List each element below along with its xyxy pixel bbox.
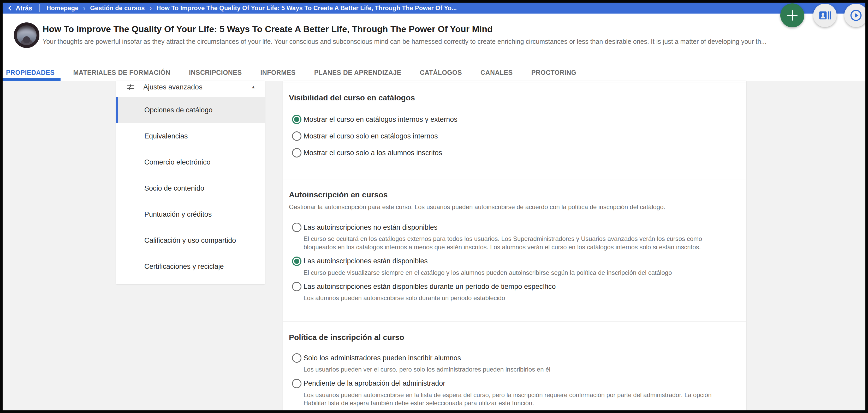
radio-option-pendiente-aprobacion: Pendiente de la aprobación del administr…	[292, 379, 736, 407]
radio-description: El curso se ocultará en los catálogos ex…	[304, 235, 736, 251]
radio-row[interactable]: Las autoinscripciones están disponibles	[292, 256, 736, 266]
radio-label: Mostrar el curso en catálogos internos y…	[304, 115, 458, 124]
section-politica-inscripcion: Política de inscripción al curso Solo lo…	[283, 321, 746, 410]
back-button[interactable]: Atrás	[3, 4, 39, 12]
play-circle-icon	[849, 9, 863, 22]
radio-row[interactable]: Las autoinscripciones no están disponibl…	[292, 223, 736, 232]
radio-label: Pendiente de la aprobación del administr…	[304, 379, 445, 387]
radio-unselected-icon[interactable]	[292, 223, 302, 232]
radio-label: Las autoinscripciones están disponibles	[304, 257, 428, 265]
sidebar-item-socio-de-contenido[interactable]: Socio de contenido	[116, 175, 265, 201]
sidebar-item-puntuacion-y-creditos[interactable]: Puntuación y créditos	[116, 201, 265, 227]
radio-description: Los alumnos pueden autoinscribirse solo …	[304, 294, 736, 302]
active-tab-indicator	[3, 78, 61, 81]
catalog-options-panel: Visibilidad del curso en catálogos Mostr…	[283, 81, 746, 410]
back-label: Atrás	[16, 4, 32, 12]
section-autoinscripcion: Autoinscripción en cursos Gestionar la a…	[283, 179, 746, 321]
course-description: Your thoughts are powerful insofar as th…	[42, 38, 771, 45]
sidebar-item-certificaciones-y-reciclaje[interactable]: Certificaciones y reciclaje	[116, 253, 265, 279]
radio-label: Solo los administradores pueden inscribi…	[304, 354, 461, 362]
sidebar-item-equivalencias[interactable]: Equivalencias	[116, 123, 265, 149]
radio-row[interactable]: Solo los administradores pueden inscribi…	[292, 353, 736, 363]
section-title: Política de inscripción al curso	[289, 333, 736, 342]
radio-group-autoinscripcion: Las autoinscripciones no están disponibl…	[289, 223, 736, 302]
radio-group-visibilidad: Mostrar el curso en catálogos internos y…	[289, 115, 736, 158]
radio-option-disponibles: Las autoinscripciones están disponibles …	[292, 256, 736, 277]
radio-label: Mostrar el curso solo a los alumnos insc…	[304, 149, 442, 157]
course-tabs: PROPIEDADES MATERIALES DE FORMACIÓN INSC…	[3, 64, 865, 81]
app-window: Atrás Homepage › Gestión de cursos › How…	[0, 0, 868, 413]
course-header-texts: How To Improve The Quality Of Your Life:…	[42, 24, 771, 45]
breadcrumb: Homepage › Gestión de cursos › How To Im…	[40, 4, 457, 12]
breadcrumb-current-course: How To Improve The Quality Of Your Life:…	[156, 4, 457, 12]
radio-option-solo-alumnos-inscritos: Mostrar el curso solo a los alumnos insc…	[292, 148, 736, 158]
radio-option-catalogos-internos-externos: Mostrar el curso en catálogos internos y…	[292, 115, 736, 124]
tab-proctoring[interactable]: PROCTORING	[531, 69, 577, 76]
chevron-left-icon	[7, 5, 13, 11]
radio-description: Los usuarios pueden ver el curso, pero s…	[304, 365, 736, 374]
add-button[interactable]	[780, 3, 804, 27]
content-area: Ajustes avanzados ▲ Opciones de catálogo…	[3, 81, 865, 410]
radio-option-no-disponibles: Las autoinscripciones no están disponibl…	[292, 223, 736, 251]
radio-selected-icon[interactable]	[292, 115, 302, 124]
top-navigation-bar: Atrás Homepage › Gestión de cursos › How…	[3, 3, 865, 13]
breadcrumb-separator-icon: ›	[150, 4, 152, 12]
radio-unselected-icon[interactable]	[292, 379, 302, 388]
sidebar-item-calificacion-y-uso-compartido[interactable]: Calificación y uso compartido	[116, 227, 265, 253]
tab-catalogos[interactable]: CATÁLOGOS	[420, 69, 462, 76]
preview-course-button[interactable]	[844, 4, 868, 27]
section-subtitle: Gestionar la autoinscripción para este c…	[289, 203, 736, 211]
radio-option-periodo-especifico: Las autoinscripciones están disponibles …	[292, 282, 736, 302]
radio-unselected-icon[interactable]	[292, 353, 302, 363]
sidebar-item-opciones-de-catalogo[interactable]: Opciones de catálogo	[116, 97, 265, 123]
sidebar-item-comercio-electronico[interactable]: Comercio electrónico	[116, 149, 265, 175]
breadcrumb-course-management[interactable]: Gestión de cursos	[90, 4, 145, 12]
sidebar-header-label: Ajustes avanzados	[143, 83, 251, 91]
caret-up-icon: ▲	[251, 84, 255, 90]
section-visibilidad-catalogos: Visibilidad del curso en catálogos Mostr…	[283, 82, 746, 179]
course-thumbnail	[14, 23, 39, 48]
tab-canales[interactable]: CANALES	[480, 69, 513, 76]
plus-icon	[787, 10, 798, 21]
radio-option-solo-administradores: Solo los administradores pueden inscribi…	[292, 353, 736, 374]
radio-label: Las autoinscripciones están disponibles …	[304, 283, 556, 291]
tune-sliders-icon	[127, 83, 135, 91]
tab-informes[interactable]: INFORMES	[260, 69, 296, 76]
radio-option-solo-catalogos-internos: Mostrar el curso solo en catálogos inter…	[292, 131, 736, 141]
section-title: Autoinscripción en cursos	[289, 190, 736, 199]
radio-row[interactable]: Las autoinscripciones están disponibles …	[292, 282, 736, 291]
sidebar-header-ajustes-avanzados[interactable]: Ajustes avanzados ▲	[116, 81, 265, 97]
tab-inscripciones[interactable]: INSCRIPCIONES	[189, 69, 242, 76]
tab-planes-de-aprendizaje[interactable]: PLANES DE APRENDIZAJE	[314, 69, 401, 76]
radio-row[interactable]: Mostrar el curso en catálogos internos y…	[292, 115, 736, 124]
radio-unselected-icon[interactable]	[292, 282, 302, 291]
radio-description: El curso puede visualizarse siempre en e…	[304, 269, 736, 277]
radio-unselected-icon[interactable]	[292, 131, 302, 141]
radio-row[interactable]: Mostrar el curso solo a los alumnos insc…	[292, 148, 736, 158]
radio-label: Las autoinscripciones no están disponibl…	[304, 223, 437, 232]
id-card-icon	[819, 10, 831, 21]
radio-selected-icon[interactable]	[292, 256, 302, 266]
radio-group-politica: Solo los administradores pueden inscribi…	[289, 353, 736, 410]
radio-row[interactable]: Pendiente de la aprobación del administr…	[292, 379, 736, 388]
section-title: Visibilidad del curso en catálogos	[289, 93, 736, 102]
radio-unselected-icon[interactable]	[292, 148, 302, 158]
tab-materiales-de-formacion[interactable]: MATERIALES DE FORMACIÓN	[73, 69, 170, 76]
enrollments-button[interactable]	[813, 4, 837, 27]
breadcrumb-homepage[interactable]: Homepage	[46, 4, 79, 12]
advanced-settings-sidebar: Ajustes avanzados ▲ Opciones de catálogo…	[116, 81, 265, 284]
course-header: How To Improve The Quality Of Your Life:…	[3, 13, 865, 81]
radio-description: Los usuarios pueden autoinscribirse en l…	[304, 391, 736, 407]
radio-label: Mostrar el curso solo en catálogos inter…	[304, 132, 438, 140]
course-title: How To Improve The Quality Of Your Life:…	[42, 24, 771, 34]
radio-row[interactable]: Mostrar el curso solo en catálogos inter…	[292, 131, 736, 141]
tab-propiedades[interactable]: PROPIEDADES	[6, 69, 55, 76]
breadcrumb-separator-icon: ›	[83, 4, 86, 12]
